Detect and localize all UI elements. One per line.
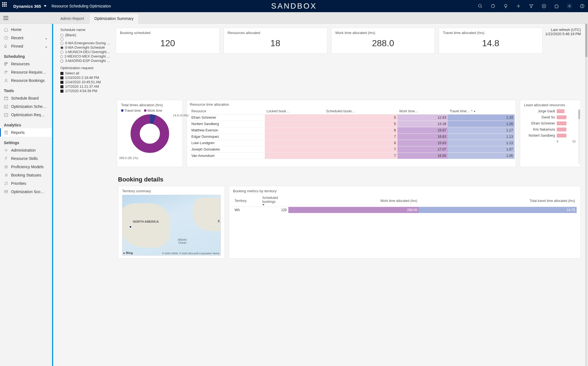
scrollbar[interactable] xyxy=(585,24,587,366)
chevron-down-icon[interactable] xyxy=(44,5,47,7)
option-label: 1/14/2020 10:45:51 AM xyxy=(65,80,101,84)
svg-rect-14 xyxy=(5,63,6,64)
schedule-filter-option[interactable] xyxy=(60,37,110,41)
sidebar-item-reports[interactable]: Reports xyxy=(0,128,52,137)
opt-request-filter-option[interactable]: 1/10/2020 2:16:48 PM xyxy=(60,76,110,80)
sidebar-item-label: Resource Require… xyxy=(11,70,46,74)
app-launcher-icon[interactable] xyxy=(2,2,10,10)
table-row[interactable]: WA 120 288.00 14.75 xyxy=(233,207,577,213)
sidebar-item-label: Proficiency Models xyxy=(11,165,44,169)
help-icon[interactable] xyxy=(580,4,585,9)
target-icon[interactable] xyxy=(491,4,495,9)
brand-label[interactable]: Dynamics 365 xyxy=(13,4,41,9)
col-travel[interactable]: Travel time… ^ xyxy=(448,108,515,115)
col-resource[interactable]: Resource xyxy=(190,108,265,115)
legend-item: Travel time xyxy=(121,109,141,113)
skills-icon xyxy=(4,156,8,161)
col-work-hrs[interactable]: Work time allocated (hrs) xyxy=(288,195,419,207)
table-row[interactable]: Luke Lundgren615.631.13 xyxy=(190,140,515,146)
table-row[interactable]: Joseph Gonsalves717.071.07 xyxy=(190,146,515,153)
search-icon[interactable] xyxy=(478,4,483,9)
opt-request-filter-option[interactable]: Select all xyxy=(60,71,110,76)
request-icon xyxy=(4,113,8,117)
puzzle-icon[interactable] xyxy=(554,4,559,9)
sidebar-item-administration[interactable]: Administration xyxy=(0,146,52,154)
col-scheduled-bookings[interactable]: Scheduled bookings xyxy=(261,195,288,207)
sidebar-section-tools: Tools xyxy=(0,85,52,94)
sidebar-item-optimization-requests[interactable]: Optimization Req… xyxy=(0,111,52,119)
sidebar-item-home[interactable]: Home xyxy=(0,25,52,34)
cell-work: 16.63 xyxy=(397,134,448,140)
bar xyxy=(557,109,564,113)
table-row[interactable]: Efrain Schreiner512.831.33 xyxy=(190,115,515,121)
sidebar-item-optimization-schedules[interactable]: Optimization Sche… xyxy=(0,102,52,111)
map-pin[interactable] xyxy=(211,223,213,224)
bar-label: Kris Nakamura xyxy=(524,128,555,131)
sidebar-toggle[interactable] xyxy=(3,12,8,24)
sidebar-item-schedule-board[interactable]: Schedule Board xyxy=(0,94,52,102)
schedule-filter-option[interactable]: 0-WA Emergencies During … xyxy=(60,41,110,45)
cell-work: 16.55 xyxy=(397,153,448,159)
sidebar-item-recent[interactable]: Recent ⌄ xyxy=(0,34,52,42)
checkbox-icon xyxy=(60,76,63,79)
checkbox-icon xyxy=(60,90,63,93)
map[interactable]: NORTH AMERICA E Atlantic Ocean ▸ Bing © … xyxy=(122,195,221,256)
option-label: 2-MEXICO-MEX Overnight … xyxy=(65,54,110,58)
sidebar-section-settings: Settings xyxy=(0,137,52,146)
table-row[interactable]: Van Amundson716.551.05 xyxy=(190,153,515,159)
sidebar-section-analytics: Analytics xyxy=(0,119,52,128)
schedule-filter-option[interactable]: (Blank) xyxy=(60,33,110,37)
svg-point-28 xyxy=(5,157,7,159)
col-scheduled[interactable]: Scheduled booki… xyxy=(324,108,397,115)
sidebar-item-proficiency-models[interactable]: Proficiency Models xyxy=(0,163,52,171)
schedule-filter-option[interactable]: 1-MUNICH-DEU Overnight… xyxy=(60,50,110,54)
opt-request-filter-option[interactable]: 1/7/2020 11:21:37 AM xyxy=(60,84,110,89)
radio-icon xyxy=(60,51,63,54)
col-work[interactable]: Work time… xyxy=(397,108,448,115)
scrollbar[interactable] xyxy=(578,110,580,164)
gear-icon[interactable] xyxy=(567,4,572,9)
cell-work: 13.28 xyxy=(397,121,448,127)
col-locked[interactable]: Locked book… xyxy=(265,108,324,115)
col-travel-hrs[interactable]: Total travel time allocated (hrs) xyxy=(419,195,577,207)
home-icon xyxy=(4,27,8,32)
chevron-down-icon: ⌄ xyxy=(45,36,48,40)
schedule-filter-option[interactable]: 2-MEXICO-MEX Overnight … xyxy=(60,54,110,59)
cell-locked xyxy=(265,127,324,134)
table-row[interactable]: Norbert Sandberg513.281.28 xyxy=(190,121,515,127)
filter-icon[interactable] xyxy=(529,4,534,9)
sidebar-item-label: Resources xyxy=(11,62,30,66)
opt-request-filter-option[interactable]: 1/14/2020 10:45:51 AM xyxy=(60,80,110,84)
gear-icon xyxy=(4,148,8,152)
bar xyxy=(557,121,566,125)
sidebar-item-pinned[interactable]: Pinned ⌄ xyxy=(0,42,52,50)
sidebar-item-resources[interactable]: Resources xyxy=(0,60,52,68)
tab-optimization-summary[interactable]: Optimization Summary xyxy=(89,13,139,24)
cell-travel: 1.07 xyxy=(448,146,515,153)
map-pin[interactable] xyxy=(129,225,132,228)
cell-travel: 1.17 xyxy=(448,127,515,134)
sidebar-item-resource-requirements[interactable]: Resource Require… xyxy=(0,68,52,76)
sidebar-item-resource-skills[interactable]: Resource Skills xyxy=(0,154,52,163)
schedule-filter-option[interactable]: 0-WA Overnight Schedule xyxy=(60,45,110,50)
plus-circle-icon[interactable] xyxy=(541,4,546,9)
kpi-value: 18 xyxy=(228,38,323,48)
donut-callout-travel: 14.8 (4.9%) xyxy=(173,114,189,117)
checkbox-icon xyxy=(60,85,63,88)
sidebar-item-priorities[interactable]: Priorities xyxy=(0,179,52,188)
sidebar-item-booking-statuses[interactable]: Booking Statuses xyxy=(0,171,52,179)
tab-admin-report[interactable]: Admin Report xyxy=(55,14,89,24)
table-row[interactable]: Edgar Dominquez716.631.13 xyxy=(190,134,515,140)
plus-icon[interactable] xyxy=(516,4,521,9)
sidebar-item-resource-bookings[interactable]: Resource Bookings xyxy=(0,76,52,85)
col-territory[interactable]: Territory xyxy=(233,195,261,207)
filter-title: Schedule name xyxy=(60,28,113,32)
schedule-filter-option[interactable]: 3-MADRID-ESP Overnight … xyxy=(60,59,110,63)
sidebar-item-label: Optimization Sco… xyxy=(11,190,44,194)
opt-request-filter-option[interactable]: 1/7/2020 4:54:39 PM xyxy=(60,89,110,93)
radio-icon xyxy=(60,34,63,37)
sidebar-item-optimization-scopes[interactable]: Optimization Sco… xyxy=(0,188,52,196)
table-row[interactable]: Matthew Everson615.671.17 xyxy=(190,127,515,134)
bulb-icon[interactable] xyxy=(503,4,508,9)
sidebar-item-label: Optimization Sche… xyxy=(11,104,47,109)
